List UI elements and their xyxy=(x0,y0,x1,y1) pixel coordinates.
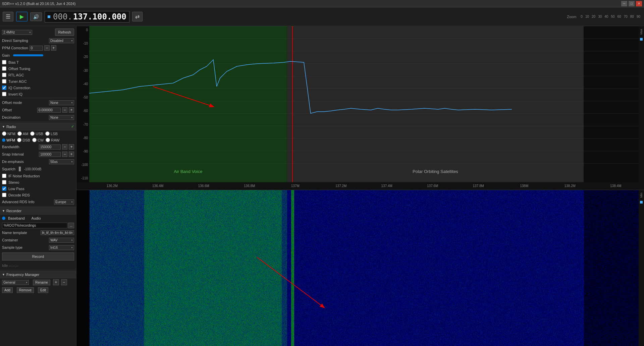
max-slider[interactable] xyxy=(640,38,643,41)
ppm-correction-input[interactable] xyxy=(30,46,43,51)
invert-iq-checkbox[interactable] xyxy=(2,92,6,96)
stereo-checkbox[interactable] xyxy=(2,180,6,184)
add-button[interactable]: Add xyxy=(2,287,13,293)
rename-button[interactable]: Rename xyxy=(33,280,50,285)
container-row: Container WAV xyxy=(0,236,76,244)
x-137.8M: 137.8M xyxy=(455,184,501,188)
mode-raw[interactable]: RAW xyxy=(46,138,59,142)
bandwidth-input[interactable] xyxy=(39,145,61,150)
squelch-slider[interactable] xyxy=(19,167,21,171)
mode-usb[interactable]: USB xyxy=(30,131,43,136)
waterfall-area[interactable]: Min xyxy=(76,190,644,346)
advanced-rds-dropdown-wrapper[interactable]: Europe xyxy=(54,199,74,205)
min-slider[interactable] xyxy=(640,201,643,204)
bias-t-checkbox[interactable] xyxy=(2,60,6,64)
de-emphasis-dropdown-wrapper[interactable]: 50us xyxy=(49,159,74,164)
mode-dsb[interactable]: DSB xyxy=(17,138,30,142)
general-dropdown-wrapper[interactable]: General xyxy=(2,280,29,285)
raw-radio[interactable] xyxy=(46,138,50,142)
am-radio[interactable] xyxy=(17,131,22,136)
idle-row: Idle --:--:-- xyxy=(0,262,76,269)
swap-button[interactable]: ⇄ xyxy=(132,12,143,21)
offset-mode-select[interactable]: None xyxy=(49,100,74,105)
advanced-rds-select[interactable]: Europe xyxy=(54,199,74,205)
offset-mode-row: Offset mode None xyxy=(0,99,76,106)
spectrum-area[interactable]: 0 -10 -20 -30 -40 -50 -60 -70 -80 -90 -1… xyxy=(76,26,644,182)
nfm-radio[interactable] xyxy=(2,131,6,136)
radio-section-header[interactable]: ▼ Radio ✓ xyxy=(0,123,76,130)
iq-correction-checkbox[interactable] xyxy=(2,85,6,90)
snap-interval-input[interactable] xyxy=(39,152,61,157)
offset-input[interactable] xyxy=(37,108,61,113)
offset-mode-dropdown-wrapper[interactable]: None xyxy=(49,100,74,105)
minimize-button[interactable]: ─ xyxy=(621,1,627,6)
direct-sampling-select[interactable]: Disabled xyxy=(49,38,74,43)
sample-type-dropdown-wrapper[interactable]: Int16 xyxy=(49,245,74,250)
snap-minus-button[interactable]: − xyxy=(62,152,67,157)
name-template-input[interactable] xyxy=(41,230,74,235)
tuner-agc-checkbox[interactable] xyxy=(2,79,6,83)
mode-lsb[interactable]: LSB xyxy=(45,131,58,136)
dsb-radio[interactable] xyxy=(17,138,21,142)
raw-label: RAW xyxy=(51,138,59,142)
ppm-minus-button[interactable]: − xyxy=(44,45,50,51)
bandwidth-plus-button[interactable]: + xyxy=(69,144,74,150)
mode-cw[interactable]: CW xyxy=(32,138,44,142)
gain-slider[interactable] xyxy=(13,54,43,56)
mode-nfm[interactable]: NFM xyxy=(2,131,15,136)
direct-sampling-dropdown-wrapper[interactable]: Disabled xyxy=(49,38,74,43)
sample-rate-dropdown-wrapper[interactable]: 2.4MHz xyxy=(2,30,32,35)
fm-minus-button[interactable]: − xyxy=(61,279,67,285)
cw-radio[interactable] xyxy=(32,138,37,142)
menu-button[interactable]: ☰ xyxy=(3,12,13,21)
remove-button[interactable]: Remove xyxy=(17,287,34,293)
mode-wfm[interactable]: WFM xyxy=(2,138,15,142)
maximize-button[interactable]: □ xyxy=(629,1,635,6)
decimation-select[interactable]: None xyxy=(49,115,74,120)
usb-radio[interactable] xyxy=(30,131,35,136)
low-pass-checkbox[interactable] xyxy=(2,186,6,191)
path-input[interactable] xyxy=(2,223,67,228)
decimation-dropdown-wrapper[interactable]: None xyxy=(49,115,74,120)
de-emphasis-select[interactable]: 50us xyxy=(49,159,74,164)
container-dropdown-wrapper[interactable]: WAV xyxy=(49,238,74,243)
advanced-rds-label: Advanced RDS Info xyxy=(2,200,35,204)
iq-correction-row[interactable]: IQ Correction xyxy=(0,84,76,91)
general-select[interactable]: General xyxy=(2,280,29,285)
snap-plus-button[interactable]: + xyxy=(69,152,74,157)
offset-tuning-checkbox[interactable] xyxy=(2,66,6,71)
offset-tuning-row[interactable]: Offset Tuning xyxy=(0,65,76,72)
bandwidth-label: Bandwidth xyxy=(2,145,19,149)
freq-manager-section-header[interactable]: ▼ Frequency Manager xyxy=(0,271,76,278)
if-noise-reduction-row[interactable]: IF Noise Reduction xyxy=(0,173,76,179)
frequency-display[interactable]: 000. 137.100.000 xyxy=(45,11,129,22)
close-button[interactable]: ✕ xyxy=(636,1,642,6)
container-select[interactable]: WAV xyxy=(49,238,74,243)
ppm-plus-button[interactable]: + xyxy=(51,45,56,51)
sample-type-select[interactable]: Int16 xyxy=(49,245,74,250)
decode-rds-row[interactable]: Decode RDS xyxy=(0,192,76,198)
bias-t-row[interactable]: Bias T xyxy=(0,59,76,65)
lsb-radio[interactable] xyxy=(45,131,50,136)
sample-rate-select[interactable]: 2.4MHz xyxy=(2,30,32,35)
invert-iq-row[interactable]: Invert IQ xyxy=(0,91,76,97)
rtl-agc-checkbox[interactable] xyxy=(2,73,6,77)
stereo-row[interactable]: Stereo xyxy=(0,179,76,185)
record-button[interactable]: Record xyxy=(2,252,74,261)
tuner-agc-row[interactable]: Tuner AGC xyxy=(0,78,76,84)
volume-button[interactable]: 🔊 xyxy=(30,12,42,21)
play-button[interactable]: ▶ xyxy=(16,12,28,21)
offset-minus-button[interactable]: − xyxy=(62,107,67,113)
fm-plus-button[interactable]: + xyxy=(53,279,59,285)
mode-am[interactable]: AM xyxy=(17,131,29,136)
edit-button[interactable]: Edit xyxy=(38,287,48,293)
recorder-section-header[interactable]: ▼ Recorder xyxy=(0,207,76,215)
browse-button[interactable]: ... xyxy=(68,223,74,228)
if-noise-reduction-checkbox[interactable] xyxy=(2,174,6,178)
decode-rds-checkbox[interactable] xyxy=(2,193,6,197)
refresh-button[interactable]: Refresh xyxy=(55,28,74,36)
rtl-agc-row[interactable]: RTL AGC xyxy=(0,72,76,78)
low-pass-row[interactable]: Low Pass xyxy=(0,185,76,192)
offset-plus-button[interactable]: + xyxy=(69,107,74,113)
bandwidth-minus-button[interactable]: − xyxy=(62,144,67,150)
